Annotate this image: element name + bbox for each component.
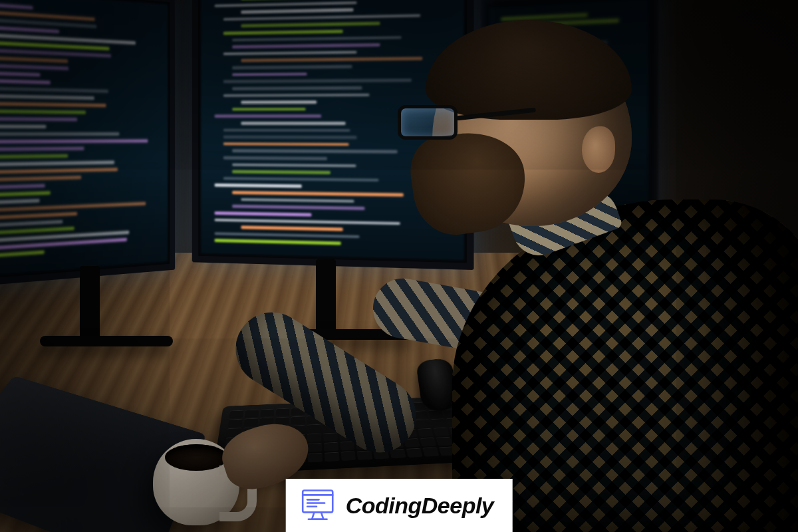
monitor-base xyxy=(266,329,412,340)
svg-rect-0 xyxy=(303,490,332,512)
computer-code-icon xyxy=(299,488,336,523)
brand-badge: CodingDeeply xyxy=(286,479,513,532)
monitor-left xyxy=(0,0,175,291)
monitor-far xyxy=(481,0,658,219)
monitor-right xyxy=(192,0,474,270)
monitor-base xyxy=(40,336,173,346)
monitor-stand xyxy=(80,266,100,339)
brand-name: CodingDeeply xyxy=(346,493,494,519)
monitor-stand xyxy=(316,259,336,332)
hero-photo: CodingDeeply xyxy=(0,0,798,532)
